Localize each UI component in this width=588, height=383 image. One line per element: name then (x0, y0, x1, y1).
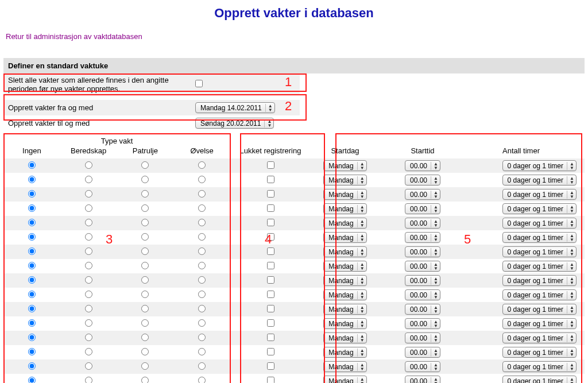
type-patrulje-radio[interactable] (141, 204, 149, 212)
type-patrulje-radio[interactable] (141, 219, 149, 226)
hours-select[interactable]: 0 dager og 1 timer (502, 347, 577, 358)
type-beredskap-radio[interactable] (85, 348, 92, 355)
closed-checkbox[interactable] (267, 291, 274, 298)
type-patrulje-radio[interactable] (141, 190, 149, 198)
type-none-radio[interactable] (28, 176, 36, 183)
closed-checkbox[interactable] (267, 161, 274, 169)
startday-select[interactable]: Mandag (323, 347, 366, 358)
hours-select[interactable]: 0 dager og 1 timer (502, 175, 577, 185)
type-none-radio[interactable] (28, 377, 36, 384)
type-patrulje-radio[interactable] (141, 176, 149, 183)
startday-select[interactable]: Mandag (323, 376, 366, 383)
type-none-radio[interactable] (28, 247, 36, 255)
closed-checkbox[interactable] (267, 348, 274, 355)
type-none-radio[interactable] (28, 276, 36, 284)
starttime-select[interactable]: 00.00 (405, 376, 440, 383)
type-patrulje-radio[interactable] (141, 291, 149, 298)
startday-select[interactable]: Mandag (323, 332, 366, 343)
type-ovelse-radio[interactable] (198, 219, 206, 226)
type-ovelse-radio[interactable] (198, 319, 206, 327)
type-none-radio[interactable] (28, 334, 36, 341)
type-patrulje-radio[interactable] (141, 348, 149, 355)
type-ovelse-radio[interactable] (198, 262, 206, 269)
starttime-select[interactable]: 00.00 (405, 289, 440, 300)
type-none-radio[interactable] (28, 233, 36, 241)
startday-select[interactable]: Mandag (323, 261, 366, 272)
startday-select[interactable]: Mandag (323, 361, 366, 372)
type-beredskap-radio[interactable] (85, 305, 92, 312)
starttime-select[interactable]: 00.00 (405, 246, 440, 257)
startday-select[interactable]: Mandag (323, 275, 366, 286)
type-beredskap-radio[interactable] (85, 334, 92, 341)
type-ovelse-radio[interactable] (198, 362, 206, 370)
closed-checkbox[interactable] (267, 334, 274, 341)
date-to-select[interactable]: Søndag 20.02.2011 (195, 118, 274, 129)
closed-checkbox[interactable] (267, 262, 274, 269)
return-link[interactable]: Retur til administrasjon av vaktdatabase… (6, 32, 142, 41)
type-ovelse-radio[interactable] (198, 348, 206, 355)
hours-select[interactable]: 0 dager og 1 timer (502, 218, 577, 229)
hours-select[interactable]: 0 dager og 1 timer (502, 160, 577, 171)
startday-select[interactable]: Mandag (323, 232, 366, 243)
hours-select[interactable]: 0 dager og 1 timer (502, 332, 577, 343)
type-patrulje-radio[interactable] (141, 247, 149, 255)
starttime-select[interactable]: 00.00 (405, 175, 440, 185)
closed-checkbox[interactable] (267, 204, 274, 212)
type-none-radio[interactable] (28, 362, 36, 370)
type-ovelse-radio[interactable] (198, 334, 206, 341)
type-beredskap-radio[interactable] (85, 219, 92, 226)
startday-select[interactable]: Mandag (323, 175, 366, 185)
type-ovelse-radio[interactable] (198, 233, 206, 241)
startday-select[interactable]: Mandag (323, 318, 366, 329)
type-patrulje-radio[interactable] (141, 334, 149, 341)
starttime-select[interactable]: 00.00 (405, 203, 440, 214)
starttime-select[interactable]: 00.00 (405, 160, 440, 171)
startday-select[interactable]: Mandag (323, 304, 366, 315)
type-beredskap-radio[interactable] (85, 233, 92, 241)
type-none-radio[interactable] (28, 319, 36, 327)
type-beredskap-radio[interactable] (85, 247, 92, 255)
delete-existing-checkbox[interactable] (195, 80, 203, 87)
closed-checkbox[interactable] (267, 233, 274, 241)
type-ovelse-radio[interactable] (198, 305, 206, 312)
hours-select[interactable]: 0 dager og 1 timer (502, 232, 577, 243)
closed-checkbox[interactable] (267, 319, 274, 327)
closed-checkbox[interactable] (267, 276, 274, 284)
closed-checkbox[interactable] (267, 305, 274, 312)
starttime-select[interactable]: 00.00 (405, 218, 440, 229)
starttime-select[interactable]: 00.00 (405, 318, 440, 329)
starttime-select[interactable]: 00.00 (405, 232, 440, 243)
type-none-radio[interactable] (28, 204, 36, 212)
closed-checkbox[interactable] (267, 377, 274, 384)
startday-select[interactable]: Mandag (323, 160, 366, 171)
type-none-radio[interactable] (28, 291, 36, 298)
type-ovelse-radio[interactable] (198, 276, 206, 284)
type-patrulje-radio[interactable] (141, 305, 149, 312)
type-beredskap-radio[interactable] (85, 291, 92, 298)
type-ovelse-radio[interactable] (198, 204, 206, 212)
starttime-select[interactable]: 00.00 (405, 304, 440, 315)
type-patrulje-radio[interactable] (141, 276, 149, 284)
type-beredskap-radio[interactable] (85, 204, 92, 212)
type-ovelse-radio[interactable] (198, 291, 206, 298)
closed-checkbox[interactable] (267, 247, 274, 255)
closed-checkbox[interactable] (267, 190, 274, 198)
startday-select[interactable]: Mandag (323, 203, 366, 214)
hours-select[interactable]: 0 dager og 1 timer (502, 261, 577, 272)
type-patrulje-radio[interactable] (141, 319, 149, 327)
type-beredskap-radio[interactable] (85, 276, 92, 284)
hours-select[interactable]: 0 dager og 1 timer (502, 318, 577, 329)
type-ovelse-radio[interactable] (198, 247, 206, 255)
type-patrulje-radio[interactable] (141, 377, 149, 384)
starttime-select[interactable]: 00.00 (405, 361, 440, 372)
starttime-select[interactable]: 00.00 (405, 275, 440, 286)
hours-select[interactable]: 0 dager og 1 timer (502, 289, 577, 300)
type-beredskap-radio[interactable] (85, 190, 92, 198)
type-ovelse-radio[interactable] (198, 176, 206, 183)
type-none-radio[interactable] (28, 190, 36, 198)
type-none-radio[interactable] (28, 348, 36, 355)
hours-select[interactable]: 0 dager og 1 timer (502, 203, 577, 214)
type-patrulje-radio[interactable] (141, 262, 149, 269)
type-patrulje-radio[interactable] (141, 362, 149, 370)
startday-select[interactable]: Mandag (323, 189, 366, 200)
